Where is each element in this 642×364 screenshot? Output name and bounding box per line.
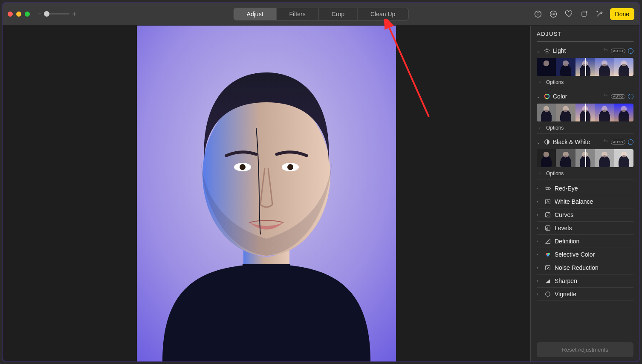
color-thumbnails[interactable] (537, 104, 633, 121)
chevron-right-icon: › (539, 126, 544, 130)
svg-point-40 (546, 292, 550, 297)
toggle-ring-bw[interactable] (628, 139, 633, 145)
chevron-right-icon: › (537, 252, 541, 257)
svg-point-5 (553, 14, 554, 14)
section-header-light[interactable]: ⌄ Light AUTO (537, 45, 633, 56)
section-name-curves: Curves (555, 211, 573, 218)
toggle-ring-color[interactable] (628, 94, 633, 99)
zoom-thumb[interactable] (44, 11, 49, 17)
svg-point-6 (554, 14, 555, 14)
section-redeye[interactable]: ›Red-Eye (537, 182, 633, 195)
auto-button-light[interactable]: AUTO (611, 49, 625, 53)
section-name-vignette: Vignette (555, 291, 576, 298)
fullscreen-window-button[interactable] (25, 12, 30, 17)
svg-line-20 (545, 49, 545, 49)
light-icon (544, 47, 550, 54)
sharpen-icon (544, 277, 551, 284)
section-levels[interactable]: ›Levels (537, 222, 633, 235)
content-area: ADJUST ⌄ Light AUTO (3, 26, 639, 361)
chevron-right-icon: › (537, 279, 541, 283)
section-definition[interactable]: ›Definition (537, 235, 633, 248)
section-vignette[interactable]: ›Vignette (537, 288, 633, 301)
zoom-track[interactable] (44, 13, 69, 14)
sidebar-title: ADJUST (537, 31, 633, 42)
section-name-levels: Levels (555, 225, 572, 231)
svg-point-35 (547, 254, 549, 256)
adjust-sidebar: ADJUST ⌄ Light AUTO (530, 26, 639, 361)
section-header-bw[interactable]: ⌄ Black & White AUTO (537, 136, 633, 147)
minimize-window-button[interactable] (16, 12, 21, 17)
auto-enhance-icon[interactable] (595, 9, 604, 19)
heart-icon[interactable] (564, 9, 573, 19)
section-name-selcolor: Selective Color (555, 251, 595, 258)
undo-icon[interactable] (603, 92, 608, 100)
section-sharpen[interactable]: ›Sharpen (537, 274, 633, 288)
svg-line-21 (548, 52, 549, 52)
levels-icon (544, 225, 551, 231)
chevron-right-icon: › (537, 186, 541, 191)
svg-point-24 (545, 94, 549, 99)
toolbar: − + Adjust Filters Crop Clean Up (3, 3, 639, 26)
chevron-down-icon: ⌄ (537, 49, 541, 53)
bw-thumbnails[interactable] (537, 149, 633, 167)
svg-rect-9 (243, 264, 290, 290)
section-name-wb: White Balance (555, 198, 593, 205)
undo-icon[interactable] (603, 47, 608, 55)
tab-cleanup[interactable]: Clean Up (358, 8, 408, 20)
chevron-right-icon: › (537, 266, 541, 270)
zoom-slider[interactable]: − + (38, 10, 76, 18)
section-name-sharpen: Sharpen (555, 277, 577, 284)
noise-icon (544, 264, 551, 271)
section-name-bw: Black & White (553, 139, 590, 145)
section-light: ⌄ Light AUTO (537, 45, 633, 88)
vignette-icon (544, 291, 551, 298)
chevron-right-icon: › (537, 199, 541, 204)
redeye-icon (544, 185, 551, 192)
zoom-in-icon[interactable]: + (72, 10, 76, 18)
options-bw[interactable]: › Options (537, 169, 633, 176)
svg-line-23 (548, 49, 549, 49)
auto-button-bw[interactable]: AUTO (611, 140, 625, 144)
options-color[interactable]: › Options (537, 123, 633, 131)
app-window: − + Adjust Filters Crop Clean Up (2, 2, 640, 362)
tab-adjust[interactable]: Adjust (234, 8, 277, 20)
zoom-out-icon[interactable]: − (38, 10, 41, 18)
section-wb[interactable]: ›White Balance (537, 195, 633, 208)
done-button[interactable]: Done (610, 8, 634, 20)
svg-point-26 (547, 188, 549, 189)
reset-adjustments-button[interactable]: Reset Adjustments (537, 342, 633, 357)
options-light[interactable]: › Options (537, 78, 633, 85)
svg-point-14 (287, 164, 293, 170)
rotate-icon[interactable] (579, 9, 589, 19)
section-selcolor[interactable]: ›Selective Color (537, 248, 633, 261)
wb-icon (544, 198, 551, 205)
svg-rect-7 (582, 12, 586, 16)
svg-point-15 (546, 49, 548, 52)
section-name-color: Color (553, 93, 567, 100)
chevron-right-icon: › (537, 239, 541, 243)
tab-filters[interactable]: Filters (277, 8, 319, 20)
close-window-button[interactable] (8, 12, 13, 17)
image-canvas[interactable] (3, 26, 530, 361)
undo-icon[interactable] (603, 138, 608, 146)
definition-icon (544, 238, 551, 245)
info-icon[interactable] (533, 9, 543, 19)
section-color: ⌄ Color AUTO (537, 91, 633, 134)
curves-icon (544, 211, 551, 218)
more-icon[interactable] (549, 9, 558, 19)
svg-point-4 (551, 14, 552, 14)
chevron-right-icon: › (539, 171, 544, 176)
svg-point-39 (547, 268, 548, 269)
svg-point-37 (547, 266, 547, 267)
section-curves[interactable]: ›Curves (537, 208, 633, 222)
auto-button-color[interactable]: AUTO (611, 94, 625, 99)
tab-crop[interactable]: Crop (319, 8, 358, 20)
light-thumbnails[interactable] (537, 58, 633, 76)
svg-point-2 (538, 12, 538, 13)
section-name-light: Light (553, 47, 566, 54)
section-header-color[interactable]: ⌄ Color AUTO (537, 91, 633, 102)
toolbar-right: Done (533, 8, 634, 20)
section-name-redeye: Red-Eye (555, 185, 578, 192)
toggle-ring-light[interactable] (628, 48, 633, 54)
section-noise[interactable]: ›Noise Reduction (537, 261, 633, 274)
